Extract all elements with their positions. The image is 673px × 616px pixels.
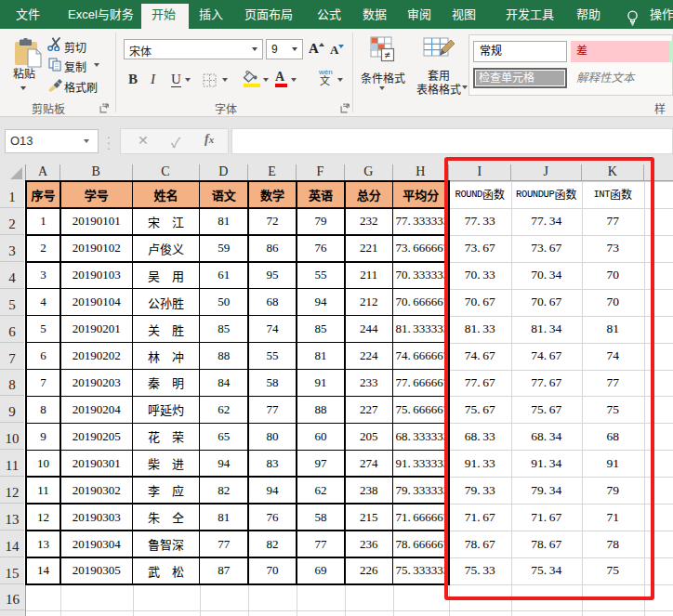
svg-text:≠: ≠ <box>385 49 390 60</box>
